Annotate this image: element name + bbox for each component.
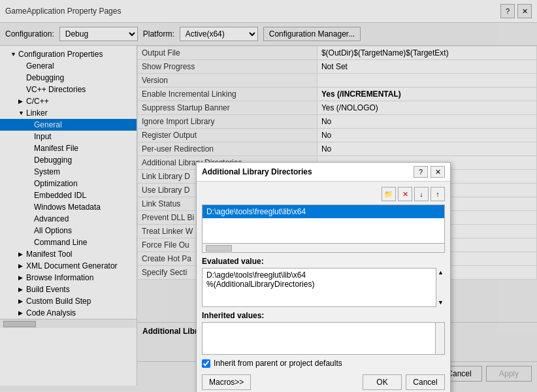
scroll-up-icon: ▲: [438, 269, 444, 276]
modal-macros-button[interactable]: Macros>>: [202, 374, 251, 390]
eval-line: %(AdditionalLibraryDirectories): [206, 280, 440, 289]
modal-footer-right: OK Cancel: [363, 374, 445, 390]
modal-eval-container: D:\agde\tools\freeglut\lib\x64%(Addition…: [202, 268, 445, 307]
modal-overlay: Additional Library Directories ? ✕ 📁 ✕ ↓…: [0, 0, 537, 392]
modal-body: 📁 ✕ ↓ ↑ D:\agde\tools\freeglut\lib\x64 E…: [197, 182, 450, 392]
modal-eval-label: Evaluated value:: [202, 257, 445, 266]
modal-inherit-checkbox[interactable]: [202, 359, 210, 368]
modal-toolbar: 📁 ✕ ↓ ↑: [202, 187, 445, 201]
modal-list-item[interactable]: D:\agde\tools\freeglut\lib\x64: [203, 205, 444, 218]
modal-hscrollbar[interactable]: [202, 244, 445, 253]
modal-list-area: D:\agde\tools\freeglut\lib\x64: [202, 204, 445, 244]
modal-delete-btn[interactable]: ✕: [398, 187, 412, 201]
modal-dialog: Additional Library Directories ? ✕ 📁 ✕ ↓…: [196, 162, 451, 392]
modal-folder-btn[interactable]: 📁: [382, 187, 396, 201]
modal-close-button[interactable]: ✕: [431, 166, 445, 178]
modal-cancel-button[interactable]: Cancel: [406, 374, 445, 390]
modal-inherited-area: [202, 322, 445, 355]
modal-title: Additional Library Directories: [202, 167, 312, 176]
modal-checkbox-row: Inherit from parent or project defaults: [202, 359, 445, 368]
modal-help-button[interactable]: ?: [414, 166, 428, 178]
modal-title-controls: ? ✕: [414, 166, 445, 178]
modal-down-btn[interactable]: ↓: [414, 187, 429, 201]
modal-title-bar: Additional Library Directories ? ✕: [197, 163, 450, 182]
modal-hscroll-thumb: [206, 245, 232, 252]
modal-checkbox-label: Inherit from parent or project defaults: [214, 359, 342, 368]
eval-line: D:\agde\tools\freeglut\lib\x64: [206, 270, 440, 280]
modal-list-container: D:\agde\tools\freeglut\lib\x64: [202, 204, 445, 253]
modal-ok-button[interactable]: OK: [363, 374, 402, 390]
modal-eval-area: D:\agde\tools\freeglut\lib\x64%(Addition…: [202, 268, 445, 307]
modal-eval-scrollbar[interactable]: ▲ ▼: [436, 268, 445, 307]
modal-up-btn[interactable]: ↑: [431, 187, 445, 201]
scroll-down-icon: ▼: [438, 299, 444, 306]
modal-inherited-label: Inherited values:: [202, 311, 445, 320]
modal-footer: Macros>> OK Cancel: [202, 372, 445, 391]
modal-inherited-scrollbar[interactable]: [435, 323, 444, 354]
